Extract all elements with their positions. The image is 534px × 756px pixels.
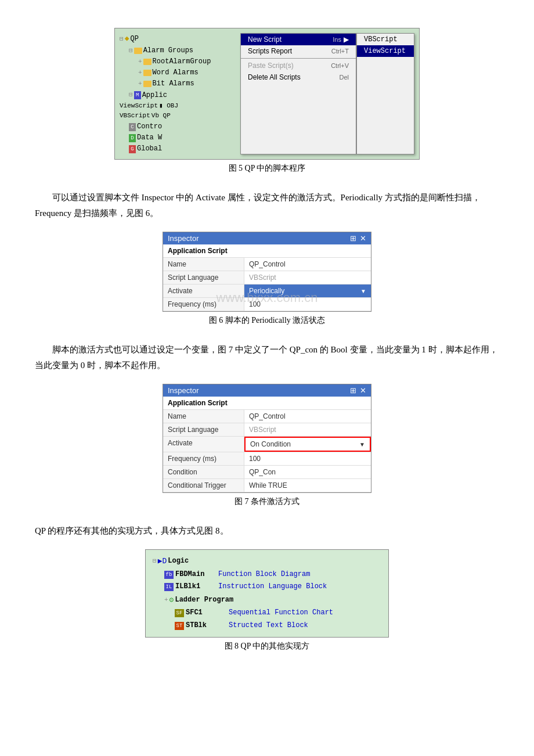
value-activate-6[interactable]: Periodically ▼	[244, 285, 371, 297]
logic-row-ladder: + ⚙ Ladder Program	[153, 593, 381, 607]
fbd-icon: fb	[164, 571, 174, 579]
value-freq-7: 100	[244, 452, 371, 465]
shortcut-text: Ins	[333, 36, 341, 43]
menu-item-new-script[interactable]: New Script Ins ▶	[241, 34, 356, 45]
logic-row-stb: ST STBlk Structed Text Block	[153, 620, 381, 632]
figure5-content: ⊟ ◆ QP ⊟ Alarm Groups + RootAlarmGroup +	[114, 28, 420, 160]
tree-row-global: G Global	[120, 143, 236, 154]
plus-ladder: +	[164, 595, 168, 606]
dataw-icon: D	[129, 134, 136, 142]
expand-icon: ⊟	[120, 34, 124, 45]
inspector-row-name-6: Name QP_Control	[163, 258, 371, 271]
section-fig8: ⊟ ▶D Logic fb FBDMain Function Block Dia…	[35, 549, 499, 651]
tree-label-word-alarms: Word Alarms	[153, 67, 199, 78]
paragraph1: 可以通过设置脚本文件 Inspector 中的 Activate 属性，设定文件…	[35, 190, 499, 221]
vb-label: Vb QP	[151, 111, 171, 121]
figure8-wrap: ⊟ ▶D Logic fb FBDMain Function Block Dia…	[35, 549, 499, 651]
global-icon: G	[129, 145, 136, 153]
pin-icon: ⊞	[350, 234, 356, 243]
label-freq-6: Frequency (ms)	[163, 298, 244, 311]
inspector-row-freq-7: Frequency (ms) 100	[163, 452, 371, 466]
inspector-row-trigger-7: Conditional Trigger While TRUE	[163, 479, 371, 492]
menu-item-paste[interactable]: Paste Script(s) Ctrl+V	[241, 60, 356, 71]
menu-label-delete-all: Delete All Scripts	[248, 73, 301, 81]
value-name-6: QP_Control	[244, 258, 371, 271]
submenu-item-vbscript[interactable]: VBScript	[357, 34, 414, 45]
ladder-icon: ⚙	[169, 593, 174, 607]
close-icon[interactable]: ✕	[360, 234, 366, 243]
value-name-7: QP_Control	[244, 410, 371, 423]
tree-row-dataw: D Data W	[120, 132, 236, 143]
expand-icon-applic: ⊟	[129, 90, 133, 100]
inspector-row-name-7: Name QP_Control	[163, 410, 371, 423]
section-fig7: Inspector ⊞ ✕ Application Script Name QP…	[35, 384, 499, 507]
label-freq-7: Frequency (ms)	[163, 452, 244, 465]
paragraph3: QP 的程序还有其他的实现方式，具体方式见图 8。	[35, 523, 499, 539]
tree-label-bit-alarms: Bit Alarms	[153, 78, 194, 89]
shortcut-ctrl-t: Ctrl+T	[331, 48, 349, 55]
tree-row-bit-alarms: + Bit Alarms	[120, 78, 236, 89]
figure7-wrap: Inspector ⊞ ✕ Application Script Name QP…	[35, 384, 499, 507]
logic-row-ilb: IL ILBlk1 Instruction Language Block	[153, 581, 381, 593]
shortcut-ctrl-v: Ctrl+V	[331, 62, 349, 69]
value-activate-7[interactable]: On Condition ▼	[244, 437, 371, 452]
alarm-folder-icon	[134, 48, 142, 54]
tree-row-applic: ⊟ M Applic	[120, 90, 236, 101]
label-activate-6: Activate	[163, 285, 244, 297]
d-logic-icon: ▶D	[158, 555, 167, 568]
inspector-title-7: Inspector	[168, 386, 199, 395]
inspector-header-icons-6[interactable]: ⊞ ✕	[350, 234, 366, 243]
tree-row-word-alarms: + Word Alarms	[120, 67, 236, 78]
obj-label: ▮ OBJ	[159, 101, 178, 111]
inspector-header-6: Inspector ⊞ ✕	[163, 232, 371, 244]
submenu: VBScript ViewScript	[356, 33, 414, 154]
tree-label-root-alarm: RootAlarmGroup	[153, 56, 211, 67]
plus-icon2: +	[138, 68, 142, 78]
value-trigger-7: While TRUE	[244, 479, 371, 492]
context-menus: New Script Ins ▶ Scripts Report Ctrl+T P…	[240, 33, 414, 154]
logic-label-ilb: ILBlk1	[175, 581, 216, 593]
logic-label-logic: Logic	[168, 555, 208, 568]
figure7-caption: 图 7 条件激活方式	[234, 496, 300, 507]
menu-label-new-script: New Script	[248, 35, 282, 44]
tree-row-alarm-groups: ⊟ Alarm Groups	[120, 45, 236, 56]
sfc-icon: SF	[175, 609, 184, 617]
value-condition-7: QP_Con	[244, 466, 371, 478]
logic-row-fbd: fb FBDMain Function Block Diagram	[153, 568, 381, 581]
figure5-wrap: ⊟ ◆ QP ⊟ Alarm Groups + RootAlarmGroup +	[35, 28, 499, 174]
inspector-row-condition-7: Condition QP_Con	[163, 466, 371, 479]
value-lang-7: VBScript	[244, 423, 371, 436]
inspector-row-freq-6: Frequency (ms) 100	[163, 298, 371, 311]
tree-label-global: Global	[137, 143, 162, 154]
inspector-row-lang-7: Script Language VBScript	[163, 423, 371, 437]
logic-type-fbd: Function Block Diagram	[218, 568, 310, 581]
plus-icon3: +	[138, 79, 142, 89]
figure6-wrap: Inspector ⊞ ✕ Application Script Name QP…	[35, 232, 499, 326]
submenu-item-viewscript[interactable]: ViewScript	[357, 45, 414, 57]
plus-icon: +	[138, 57, 142, 67]
ilb-icon: IL	[164, 583, 174, 591]
menu-label-paste: Paste Script(s)	[248, 62, 294, 70]
vbscript-label: VBScript	[120, 111, 150, 121]
inspector-header-icons-7[interactable]: ⊞ ✕	[350, 386, 366, 395]
menu-item-scripts-report[interactable]: Scripts Report Ctrl+T	[241, 45, 356, 57]
expand-logic: ⊟	[153, 556, 157, 567]
value-lang-6: VBScript	[244, 271, 371, 284]
tree-label-qp: QP	[130, 34, 138, 45]
figure8-caption: 图 8 QP 中的其他实现方	[225, 641, 310, 651]
qp-icon: ◆	[125, 33, 129, 45]
figure6-caption: 图 6 脚本的 Periodically 激活状态	[209, 315, 326, 326]
label-name-7: Name	[163, 410, 244, 423]
expand-icon-alarm: ⊟	[129, 46, 133, 56]
logic-type-stb: Structed Text Block	[229, 620, 308, 632]
logic-label-sfc: SFC1	[186, 607, 226, 620]
section-fig6: Inspector ⊞ ✕ Application Script Name QP…	[35, 232, 499, 326]
menu-separator	[241, 58, 356, 59]
label-lang-6: Script Language	[163, 271, 244, 284]
inspector-header-7: Inspector ⊞ ✕	[163, 384, 371, 397]
menu-item-delete-all[interactable]: Delete All Scripts Del	[241, 71, 356, 83]
figure8-content: ⊟ ▶D Logic fb FBDMain Function Block Dia…	[145, 549, 389, 637]
tree-row-qp: ⊟ ◆ QP	[120, 33, 236, 45]
close-icon-7[interactable]: ✕	[360, 386, 366, 395]
contro-icon: C	[129, 123, 136, 131]
